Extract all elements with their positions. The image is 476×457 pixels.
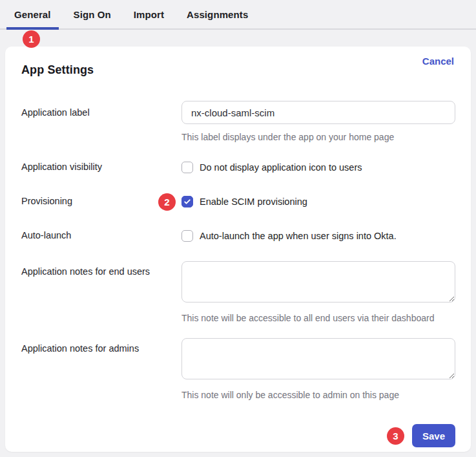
annotation-badge-1: 1 bbox=[23, 30, 40, 48]
notes-end-users-label: Application notes for end users bbox=[21, 261, 181, 305]
provisioning-row: 2 Provisioning Enable SCIM provisioning bbox=[5, 196, 471, 208]
tab-import[interactable]: Import bbox=[126, 0, 172, 28]
auto-launch-checkbox[interactable] bbox=[181, 230, 193, 242]
auto-launch-label: Auto-launch bbox=[21, 230, 181, 242]
tab-sign-on[interactable]: Sign On bbox=[66, 0, 119, 28]
application-visibility-label: Application visibility bbox=[21, 162, 181, 174]
card-footer: 3 Save bbox=[5, 424, 471, 447]
notes-admins-row: Application notes for admins This note w… bbox=[5, 338, 471, 400]
visibility-checkbox[interactable] bbox=[181, 162, 193, 173]
notes-admins-textarea[interactable] bbox=[181, 338, 455, 379]
application-label-row: Application label This label displays un… bbox=[5, 101, 471, 142]
application-label-helper: This label displays under the app on you… bbox=[181, 132, 455, 142]
auto-launch-option-label: Auto-launch the app when user signs into… bbox=[200, 230, 397, 242]
notes-end-users-helper: This note will be accessible to all end … bbox=[181, 313, 455, 323]
auto-launch-row: Auto-launch Auto-launch the app when use… bbox=[5, 230, 471, 242]
application-label-input[interactable] bbox=[181, 101, 455, 124]
scim-provisioning-checkbox[interactable] bbox=[181, 196, 193, 207]
tab-general[interactable]: General bbox=[6, 0, 59, 28]
cancel-button[interactable]: Cancel bbox=[422, 56, 454, 67]
notes-end-users-row: Application notes for end users This not… bbox=[5, 261, 471, 323]
card-header: App Settings Cancel bbox=[5, 47, 471, 77]
notes-end-users-textarea[interactable] bbox=[181, 261, 455, 303]
application-label-label: Application label bbox=[21, 101, 181, 124]
visibility-option-label: Do not display application icon to users bbox=[200, 162, 362, 174]
notes-admins-helper: This note will only be accessible to adm… bbox=[181, 390, 455, 400]
notes-admins-label: Application notes for admins bbox=[21, 338, 181, 382]
scim-provisioning-option-label: Enable SCIM provisioning bbox=[200, 196, 307, 208]
app-settings-card: App Settings Cancel Application label Th… bbox=[5, 47, 471, 452]
application-visibility-row: Application visibility Do not display ap… bbox=[5, 162, 471, 174]
provisioning-label: Provisioning bbox=[21, 196, 181, 208]
save-button[interactable]: Save bbox=[412, 424, 455, 447]
page-title: App Settings bbox=[21, 63, 94, 77]
tab-bar: General Sign On Import Assignments bbox=[0, 0, 476, 30]
annotation-badge-2: 2 bbox=[158, 193, 176, 211]
tab-assignments[interactable]: Assignments bbox=[179, 0, 256, 28]
annotation-badge-3: 3 bbox=[387, 427, 404, 445]
check-icon bbox=[183, 198, 191, 206]
